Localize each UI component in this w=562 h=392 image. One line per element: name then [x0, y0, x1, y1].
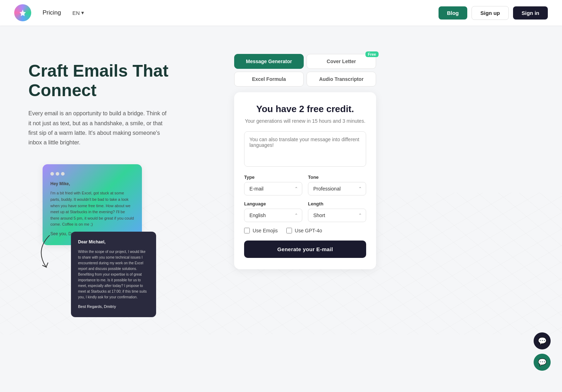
dot-3	[61, 172, 65, 176]
tab-audio-transcriptor[interactable]: Audio Transcriptor	[307, 72, 376, 87]
dark-card-signature: Best Regards, Dmitriy	[78, 304, 149, 310]
tone-select[interactable]: Professional Casual Formal Friendly	[308, 182, 366, 195]
chat-dark-button[interactable]: 💬	[534, 332, 551, 349]
length-select[interactable]: Short Medium Long	[308, 209, 366, 222]
length-label: Length	[308, 201, 366, 206]
signin-button[interactable]: Sign in	[513, 6, 548, 20]
tool-tabs: Message Generator Cover Letter Free Exce…	[234, 54, 376, 87]
navbar-right: Blog Sign up Sign in	[439, 6, 548, 20]
language-select-wrapper: English Spanish French German ⌃	[244, 209, 302, 222]
lang-arrow-icon: ▾	[81, 10, 84, 16]
email-card-dark: Dear Michael, Within the scope of our pr…	[71, 232, 156, 317]
tone-label: Tone	[308, 175, 366, 180]
window-dots	[50, 172, 134, 176]
light-card-body: I'm a bit fried with Excel, got stuck at…	[50, 190, 134, 228]
pricing-link[interactable]: Pricing	[43, 9, 61, 16]
tone-select-wrapper: Professional Casual Formal Friendly ⌃	[308, 182, 366, 195]
generator-card: You have 2 free credit. Your generations…	[234, 92, 376, 269]
type-tone-row: Type E-mail Message Letter ⌃ Tone	[244, 175, 366, 195]
blog-button[interactable]: Blog	[439, 6, 467, 20]
tab-cover-letter-label: Cover Letter	[327, 59, 356, 64]
card-subtitle: Your generations will renew in 15 hours …	[244, 117, 366, 125]
tab-cover-letter[interactable]: Cover Letter Free	[307, 54, 376, 69]
chat-buttons: 💬 💬	[534, 332, 551, 371]
tab-audio-transcriptor-label: Audio Transcriptor	[319, 76, 363, 82]
chat-dark-icon: 💬	[538, 337, 547, 345]
navbar: Pricing EN ▾ Blog Sign up Sign in	[0, 0, 562, 26]
use-emojis-checkbox-item[interactable]: Use Emojis	[244, 228, 278, 233]
message-textarea[interactable]	[244, 131, 366, 167]
type-group: Type E-mail Message Letter ⌃	[244, 175, 302, 195]
hero-title: Craft Emails That Connect	[28, 61, 213, 100]
language-group: Language English Spanish French German ⌃	[244, 201, 302, 222]
use-gpt4o-label: Use GPT-4o	[295, 228, 322, 233]
navbar-left: Pricing EN ▾	[14, 4, 84, 21]
use-gpt4o-checkbox[interactable]	[286, 228, 292, 233]
language-select[interactable]: English Spanish French German	[244, 209, 302, 222]
main-content: Craft Emails That Connect Every email is…	[0, 26, 562, 335]
left-section: Craft Emails That Connect Every email is…	[28, 54, 213, 313]
lang-label: EN	[72, 10, 80, 16]
length-select-wrapper: Short Medium Long ⌃	[308, 209, 366, 222]
use-gpt4o-checkbox-item[interactable]: Use GPT-4o	[286, 228, 322, 233]
checkbox-row: Use Emojis Use GPT-4o	[244, 228, 366, 233]
logo	[14, 4, 31, 21]
light-card-salutation: Hey Mike,	[50, 181, 134, 187]
tone-group: Tone Professional Casual Formal Friendly…	[308, 175, 366, 195]
email-cards-container: Hey Mike, I'm a bit fried with Excel, go…	[28, 164, 156, 313]
use-emojis-checkbox[interactable]	[244, 228, 250, 233]
dark-card-salutation: Dear Michael,	[78, 239, 149, 245]
tab-excel-formula-label: Excel Formula	[252, 76, 286, 82]
tab-message-generator[interactable]: Message Generator	[234, 54, 304, 69]
type-label: Type	[244, 175, 302, 180]
length-group: Length Short Medium Long ⌃	[308, 201, 366, 222]
dark-card-body: Within the scope of our project, I would…	[78, 249, 149, 300]
hero-description: Every email is an opportunity to build a…	[28, 109, 170, 147]
card-title: You have 2 free credit.	[244, 104, 366, 115]
tab-excel-formula[interactable]: Excel Formula	[234, 72, 304, 87]
use-emojis-label: Use Emojis	[253, 228, 278, 233]
signup-button[interactable]: Sign up	[472, 6, 509, 20]
type-select-wrapper: E-mail Message Letter ⌃	[244, 182, 302, 195]
language-label: Language	[244, 201, 302, 206]
dot-1	[50, 172, 54, 176]
free-badge: Free	[365, 51, 379, 57]
chat-teal-button[interactable]: 💬	[534, 354, 551, 371]
type-select[interactable]: E-mail Message Letter	[244, 182, 302, 195]
generate-button[interactable]: Generate your E-mail	[244, 241, 366, 258]
language-selector[interactable]: EN ▾	[72, 10, 84, 16]
dot-2	[56, 172, 59, 176]
language-length-row: Language English Spanish French German ⌃…	[244, 201, 366, 222]
tab-message-generator-label: Message Generator	[246, 59, 292, 64]
arrow-icon	[35, 235, 64, 278]
chat-teal-icon: 💬	[538, 358, 547, 366]
right-section: Message Generator Cover Letter Free Exce…	[234, 54, 376, 269]
